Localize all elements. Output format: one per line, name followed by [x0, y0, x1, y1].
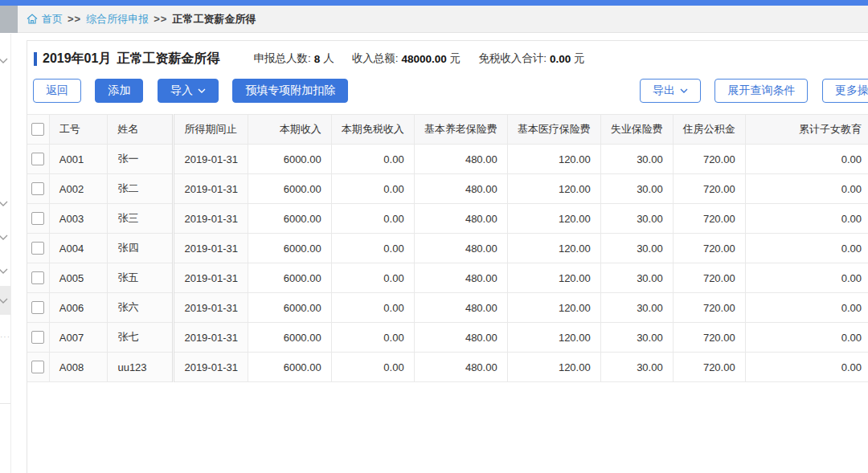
table-row: A008uu1232019-01-316000.000.00480.00120.…: [27, 353, 868, 382]
column-header: 基本医疗保险费: [507, 115, 600, 145]
select-all-checkbox[interactable]: [31, 123, 44, 136]
sidebar-ellipsis: ···: [0, 332, 10, 341]
chevron-icon[interactable]: [0, 265, 9, 276]
cell: 张六: [108, 293, 174, 323]
import-dropdown-button[interactable]: 导入: [158, 79, 219, 103]
cell: 30.00: [600, 145, 673, 174]
cell: 张二: [108, 174, 174, 204]
row-checkbox[interactable]: [31, 301, 44, 314]
cell: 6000.00: [248, 234, 331, 263]
row-checkbox[interactable]: [31, 182, 44, 195]
cell: 张一: [108, 145, 174, 174]
cell: 0.00: [331, 204, 414, 234]
column-header: 累计子女教育: [745, 115, 868, 145]
cell: 720.00: [673, 323, 745, 353]
prefill-deductions-button[interactable]: 预填专项附加扣除: [232, 79, 348, 103]
chevron-down-icon: [680, 88, 688, 93]
cell: A005: [49, 263, 108, 293]
cell: 480.00: [414, 174, 507, 204]
back-button[interactable]: 返回: [33, 79, 81, 103]
export-label: 导出: [653, 84, 675, 98]
cell: 480.00: [414, 353, 507, 382]
table-row: A007张七2019-01-316000.000.00480.00120.003…: [27, 323, 868, 353]
column-header: 本期免税收入: [331, 115, 414, 145]
breadcrumb: 首页 >> 综合所得申报 >> 正常工资薪金所得: [18, 6, 868, 33]
cell: 0.00: [745, 293, 868, 323]
row-checkbox[interactable]: [31, 361, 44, 373]
table-row: A005张五2019-01-316000.000.00480.00120.003…: [27, 263, 868, 293]
cell: 6000.00: [248, 323, 331, 353]
cell: 720.00: [673, 353, 745, 382]
page-title: 正常工资薪金所得: [117, 51, 219, 67]
cell: 30.00: [600, 353, 673, 382]
chevron-icon[interactable]: [0, 198, 9, 209]
cell: 0.00: [745, 234, 868, 263]
cell: 张七: [108, 323, 174, 353]
cell: 120.00: [507, 174, 600, 204]
export-dropdown-button[interactable]: 导出: [640, 79, 701, 103]
cell: 120.00: [507, 293, 600, 323]
chevron-icon[interactable]: [0, 231, 9, 243]
row-checkbox[interactable]: [31, 212, 44, 225]
breadcrumb-home-link[interactable]: 首页: [42, 12, 63, 27]
cell: 2019-01-31: [174, 234, 248, 263]
stat-total-people: 申报总人数: 8 人: [253, 51, 334, 66]
breadcrumb-separator: >>: [68, 13, 81, 25]
cell: A008: [49, 353, 108, 382]
cell: A007: [49, 323, 108, 353]
breadcrumb-current: 正常工资薪金所得: [172, 12, 256, 27]
table-header-row: 工号姓名所得期间止本期收入本期免税收入基本养老保险费基本医疗保险费失业保险费住房…: [27, 115, 868, 145]
cell: 6000.00: [248, 263, 331, 293]
cell: 120.00: [507, 263, 600, 293]
cell: 720.00: [673, 293, 745, 323]
home-icon: [27, 14, 38, 24]
cell: 2019-01-31: [174, 204, 248, 234]
expand-query-button[interactable]: 展开查询条件: [714, 79, 808, 103]
chevron-icon[interactable]: [0, 55, 9, 66]
cell: A006: [49, 293, 108, 323]
cell: 2019-01-31: [174, 174, 248, 204]
cell: 0.00: [331, 263, 414, 293]
toolbar: 返回 添加 导入 预填专项附加扣除 导出 展开查询条件 更多操作: [33, 79, 868, 103]
table-row: A004张四2019-01-316000.000.00480.00120.003…: [27, 234, 868, 263]
row-checkbox[interactable]: [31, 242, 44, 255]
row-checkbox[interactable]: [31, 331, 44, 344]
cell: 0.00: [331, 293, 414, 323]
cell: 720.00: [673, 234, 745, 263]
table-row: A003张三2019-01-316000.000.00480.00120.003…: [27, 204, 868, 234]
stat-tax-free-income: 免税收入合计: 0.00 元: [478, 51, 585, 66]
cell: 480.00: [414, 234, 507, 263]
cell: 120.00: [507, 204, 600, 234]
row-checkbox[interactable]: [31, 271, 44, 284]
cell: 张五: [108, 263, 174, 293]
salary-table-wrap: 工号姓名所得期间止本期收入本期免税收入基本养老保险费基本医疗保险费失业保险费住房…: [27, 114, 868, 382]
cell: 6000.00: [248, 174, 331, 204]
column-header: 基本养老保险费: [414, 115, 507, 145]
cell: 0.00: [331, 145, 414, 174]
cell: 6000.00: [248, 293, 331, 323]
row-checkbox[interactable]: [31, 153, 44, 165]
chevron-icon[interactable]: [0, 295, 9, 306]
breadcrumb-parent-link[interactable]: 综合所得申报: [86, 12, 149, 27]
cell: 30.00: [600, 234, 673, 263]
cell: 2019-01-31: [174, 145, 248, 174]
cell: 0.00: [745, 174, 868, 204]
collapsed-sidebar: ···: [0, 34, 11, 473]
cell: 30.00: [600, 204, 673, 234]
column-header: 本期收入: [248, 115, 331, 145]
add-button[interactable]: 添加: [95, 79, 143, 103]
import-label: 导入: [170, 84, 193, 98]
cell: 0.00: [745, 323, 868, 353]
column-header: 失业保险费: [600, 115, 673, 145]
sidebar-corner-block: [0, 6, 18, 33]
cell: 6000.00: [248, 353, 331, 382]
cell: 480.00: [414, 263, 507, 293]
cell: A004: [49, 234, 108, 263]
more-actions-button[interactable]: 更多操作: [822, 79, 868, 103]
cell: 2019-01-31: [174, 293, 248, 323]
column-header: 所得期间止: [174, 115, 248, 145]
cell: A001: [49, 145, 108, 174]
cell: 0.00: [745, 204, 868, 234]
salary-table: 工号姓名所得期间止本期收入本期免税收入基本养老保险费基本医疗保险费失业保险费住房…: [27, 114, 868, 382]
cell: 720.00: [673, 145, 745, 174]
